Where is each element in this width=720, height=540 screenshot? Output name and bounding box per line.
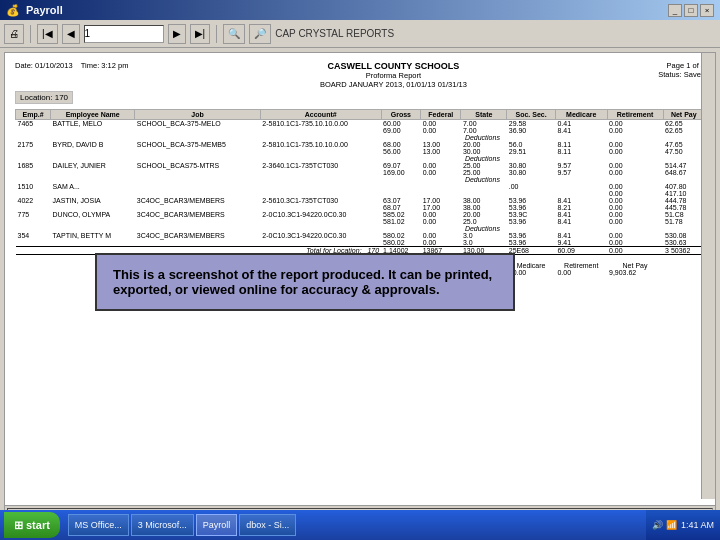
cell-federal: 0.00 [421, 120, 461, 128]
date-value: 01/10/2013 [35, 61, 73, 70]
cell-net-pay: 62.65 [663, 120, 704, 128]
taskbar-icons: 🔊 📶 [652, 520, 677, 530]
table-row: 169.000.0025.0030.809.570.00648.67 [16, 169, 705, 176]
toolbar-separator [30, 25, 31, 43]
col-federal: Federal [421, 110, 461, 120]
col-emp-id: Emp.# [16, 110, 51, 120]
table-row: 69.000.007.0036.908.410.0062.65 [16, 127, 705, 134]
report-meta: Date: 01/10/2013 Time: 3:12 pm CASWELL C… [15, 61, 705, 89]
col-state: State [461, 110, 507, 120]
report-inner: Date: 01/10/2013 Time: 3:12 pm CASWELL C… [5, 53, 715, 505]
cell-state: 7.00 [461, 120, 507, 128]
cell-gross: 60.00 [381, 120, 421, 128]
taskbar-item-excel[interactable]: 3 Microsof... [131, 514, 194, 536]
title-bar-left: 💰 Payroll [6, 4, 63, 17]
minimize-button[interactable]: _ [668, 4, 682, 17]
table-row: 580.020.003.053.969.410.00530.63 [16, 239, 705, 247]
start-icon: ⊞ [14, 519, 23, 532]
table-row: 2175 BYRD, DAVID B SCHOOL_BCA-375-MEMB5 … [16, 141, 705, 148]
meta-left: Date: 01/10/2013 Time: 3:12 pm [15, 61, 128, 89]
vertical-scrollbar[interactable] [701, 53, 715, 499]
col-net-pay: Net Pay [663, 110, 704, 120]
title-bar: 💰 Payroll _ □ × [0, 0, 720, 20]
nav-first-button[interactable]: |◀ [37, 24, 58, 44]
table-row: 581.020.0025.053.968.410.0051.78 [16, 218, 705, 225]
cell-retirement: 0.00 [607, 120, 663, 128]
col-medicare: Medicare [555, 110, 607, 120]
taskbar-time: 1:41 AM [681, 520, 714, 530]
cell-emp-id: 7465 [16, 120, 51, 128]
col-gross: Gross [381, 110, 421, 120]
table-row: Deductions [16, 134, 705, 141]
taskbar-items: MS Office... 3 Microsof... Payroll dbox … [64, 514, 647, 536]
start-label: start [26, 519, 50, 531]
time-label: Time: [81, 61, 99, 70]
toolbar-separator-2 [216, 25, 217, 43]
col-account: Account# [260, 110, 381, 120]
cell-emp-id: 2175 [16, 141, 51, 148]
table-row: 775DUNCO, OLYMPA3C4OC_BCAR3/MEMBERS 2-0C… [16, 211, 705, 218]
window-title: Payroll [26, 4, 63, 16]
maximize-button[interactable]: □ [684, 4, 698, 17]
table-row: 1510SAM A... .000.00407.80 [16, 183, 705, 190]
table-row: 1685 DAILEY, JUNIER SCHOOL_BCAS75-MTRS 2… [16, 162, 705, 169]
window-controls: _ □ × [668, 4, 714, 17]
zoom-button[interactable]: 🔍 [223, 24, 245, 44]
board-line: BOARD JANUARY 2013, 01/01/13 01/31/13 [320, 80, 467, 89]
cell-account: 2-5810.1C1-735.10.10.0.00 [260, 120, 381, 128]
cell-name: BYRD, DAVID B [51, 141, 135, 148]
col-job: Job [135, 110, 261, 120]
page-info: Page 1 of 4 [658, 61, 705, 70]
table-row: 0.00417.10 [16, 190, 705, 197]
taskbar-item-dbox[interactable]: dbox - Si... [239, 514, 296, 536]
cell-job: SCHOOL_BCA-375-MELO [135, 120, 261, 128]
table-row: 68.0717.0038.0053.968.210.00445.78 [16, 204, 705, 211]
table-row: Deductions [16, 176, 705, 183]
taskbar-item-payroll[interactable]: Payroll [196, 514, 238, 536]
main-content: Date: 01/10/2013 Time: 3:12 pm CASWELL C… [0, 48, 720, 518]
nav-prev-button[interactable]: ◀ [62, 24, 80, 44]
time-value: 3:12 pm [101, 61, 128, 70]
table-row: 4022JASTIN, JOSIA3C4OC_BCAR3/MEMBERS 2-5… [16, 197, 705, 204]
report-table: Emp.# Employee Name Job Account# Gross F… [15, 109, 705, 276]
report-title: Proforma Report [320, 71, 467, 80]
report-window: Date: 01/10/2013 Time: 3:12 pm CASWELL C… [4, 52, 716, 514]
status-info: Status: Saved [658, 70, 705, 79]
info-popup: This is a screenshot of the report produ… [95, 253, 515, 311]
print-button[interactable]: 🖨 [4, 24, 24, 44]
cell-account: 2-5810.1C1-735.10.10.0.00 [260, 141, 381, 148]
search-button[interactable]: 🔎 [249, 24, 271, 44]
table-row: 7465 BATTLE, MELO SCHOOL_BCA-375-MELO 2-… [16, 120, 705, 128]
col-name: Employee Name [51, 110, 135, 120]
popup-text: This is a screenshot of the report produ… [113, 267, 492, 297]
table-row: 354TAPTIN, BETTY M3C4OC_BCAR3/MEMBERS 2-… [16, 232, 705, 239]
taskbar: ⊞ start MS Office... 3 Microsof... Payro… [0, 510, 720, 540]
taskbar-item-ms[interactable]: MS Office... [68, 514, 129, 536]
taskbar-right: 🔊 📶 1:41 AM [646, 510, 720, 540]
app-icon: 💰 [6, 4, 20, 17]
nav-last-button[interactable]: ▶| [190, 24, 211, 44]
cell-job: SCHOOL_BCA-375-MEMB5 [135, 141, 261, 148]
table-row: 56.0013.0030.0029.518.110.0047.50 [16, 148, 705, 155]
toolbar: 🖨 |◀ ◀ ▶ ▶| 🔍 🔎 CAP CRYSTAL REPORTS [0, 20, 720, 48]
company-name: CASWELL COUNTY SCHOOLS [320, 61, 467, 71]
meta-right: Page 1 of 4 Status: Saved [658, 61, 705, 89]
table-header-row: Emp.# Employee Name Job Account# Gross F… [16, 110, 705, 120]
date-label: Date: [15, 61, 33, 70]
report-header-center: CASWELL COUNTY SCHOOLS Proforma Report B… [320, 61, 467, 89]
col-retirement: Retirement [607, 110, 663, 120]
nav-next-button[interactable]: ▶ [168, 24, 186, 44]
toolbar-extra: CAP CRYSTAL REPORTS [275, 28, 394, 39]
location-label: Location: 170 [15, 91, 73, 104]
cell-name: BATTLE, MELO [51, 120, 135, 128]
col-soc-sec: Soc. Sec. [507, 110, 556, 120]
page-number-input[interactable] [84, 25, 164, 43]
start-button[interactable]: ⊞ start [4, 512, 60, 538]
table-row: Deductions [16, 155, 705, 162]
location-section: Location: 170 [15, 91, 705, 106]
cell-medicare: 0.41 [555, 120, 607, 128]
cell-soc-sec: 29.58 [507, 120, 556, 128]
table-row: Deductions [16, 225, 705, 232]
close-button[interactable]: × [700, 4, 714, 17]
